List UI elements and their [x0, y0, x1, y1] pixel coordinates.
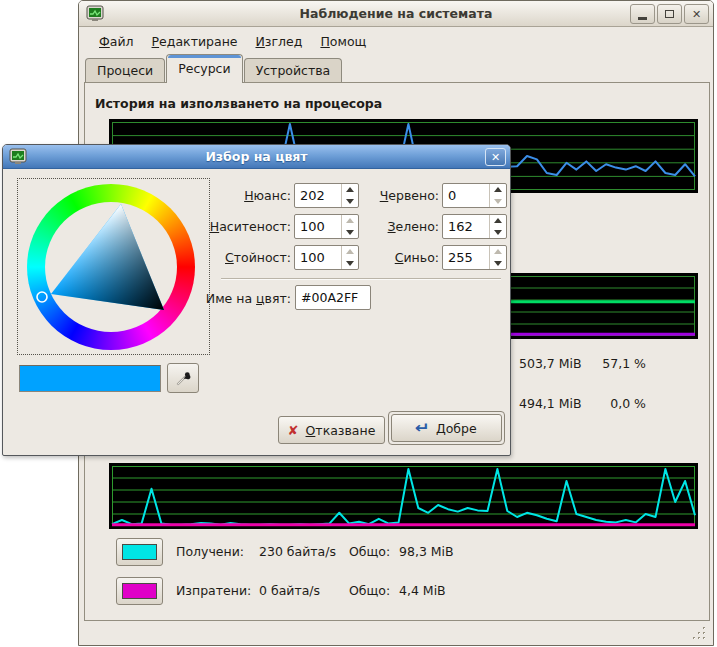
red-spinbox	[442, 183, 507, 208]
color-wheel-widget[interactable]	[17, 178, 210, 355]
value-input[interactable]	[295, 246, 341, 269]
tab-resources[interactable]: Ресурси	[166, 54, 242, 83]
resize-grip[interactable]	[690, 626, 707, 641]
dialog-close-button[interactable]: ✕	[485, 148, 506, 166]
received-color-swatch	[122, 544, 157, 560]
green-spinbox	[442, 214, 507, 239]
cancel-button[interactable]: ✘ Отказване	[278, 416, 385, 444]
sent-total-label: Общо:	[349, 583, 390, 598]
hue-input[interactable]	[295, 184, 341, 207]
menubar: Файл Редактиране Изглед Помощ	[80, 28, 712, 54]
memory-used-percent: 57,1 %	[569, 356, 646, 371]
sent-color-button[interactable]	[116, 577, 163, 605]
received-rate: 230 байта/s	[259, 544, 354, 559]
color-name-label: Име на цвят:	[183, 291, 291, 306]
ok-button-focus-ring: ↵ Добре	[388, 411, 505, 445]
color-picker-dialog: Избор на цвят ✕	[2, 144, 511, 456]
maximize-icon	[665, 10, 674, 18]
menu-view[interactable]: Изглед	[247, 30, 312, 53]
green-up-arrow[interactable]	[490, 215, 506, 227]
close-icon: ✕	[692, 8, 701, 21]
close-icon: ✕	[491, 151, 500, 164]
sent-rate: 0 байта/s	[259, 583, 354, 598]
close-button[interactable]: ✕	[684, 4, 709, 24]
green-down-arrow[interactable]	[490, 227, 506, 239]
tab-bar: Процеси Ресурси Устройства	[85, 55, 343, 83]
minimize-button[interactable]	[630, 4, 655, 24]
saturation-input[interactable]	[295, 215, 341, 238]
red-label: Червено:	[349, 188, 439, 203]
cancel-button-label: Отказване	[306, 423, 376, 438]
sent-color-swatch	[122, 583, 157, 599]
received-total-label: Общо:	[349, 544, 390, 559]
red-down-arrow[interactable]	[490, 196, 506, 208]
maximize-button[interactable]	[657, 4, 682, 24]
received-total: 98,3 MiB	[399, 544, 454, 559]
tab-devices[interactable]: Устройства	[244, 58, 343, 83]
eyedropper-icon	[175, 370, 192, 387]
ok-button-label: Добре	[436, 421, 477, 436]
blue-input[interactable]	[443, 246, 489, 269]
menu-edit[interactable]: Редактиране	[143, 30, 247, 53]
sent-total: 4,4 MiB	[399, 583, 446, 598]
swap-used-percent: 0,0 %	[569, 396, 646, 411]
menu-file[interactable]: Файл	[90, 30, 143, 53]
color-name-input[interactable]	[295, 285, 371, 310]
hue-selector	[37, 292, 47, 302]
green-input[interactable]	[443, 215, 489, 238]
sv-triangle[interactable]	[18, 179, 211, 356]
blue-down-arrow[interactable]	[490, 258, 506, 270]
cancel-x-icon: ✘	[288, 423, 299, 438]
dialog-titlebar[interactable]: Избор на цвят ✕	[3, 145, 510, 169]
blue-spinbox	[442, 245, 507, 270]
red-input[interactable]	[443, 184, 489, 207]
sent-label: Изпратени:	[176, 583, 261, 598]
eyedropper-button[interactable]	[167, 363, 199, 393]
menu-help[interactable]: Помощ	[311, 30, 375, 53]
saturation-label: Наситеност:	[201, 219, 291, 234]
ok-button[interactable]: ↵ Добре	[391, 414, 502, 442]
blue-up-arrow[interactable]	[490, 246, 506, 258]
hue-label: Нюанс:	[201, 188, 291, 203]
main-titlebar[interactable]: Наблюдение на системата ✕	[79, 1, 713, 27]
dialog-title: Избор на цвят	[3, 149, 510, 164]
red-up-arrow[interactable]	[490, 184, 506, 196]
received-label: Получени:	[176, 544, 261, 559]
network-history-chart	[109, 463, 698, 529]
value-label: Стойност:	[201, 250, 291, 265]
ok-enter-icon: ↵	[415, 419, 430, 437]
blue-label: Синьо:	[349, 250, 439, 265]
green-label: Зелено:	[349, 219, 439, 234]
window-title: Наблюдение на системата	[79, 6, 713, 21]
received-color-button[interactable]	[116, 538, 163, 566]
separator	[221, 278, 501, 280]
selected-color-preview	[19, 365, 161, 392]
minimize-icon	[638, 17, 647, 20]
cpu-section-title: История на използването на процесора	[95, 96, 382, 111]
tab-processes[interactable]: Процеси	[85, 58, 165, 83]
